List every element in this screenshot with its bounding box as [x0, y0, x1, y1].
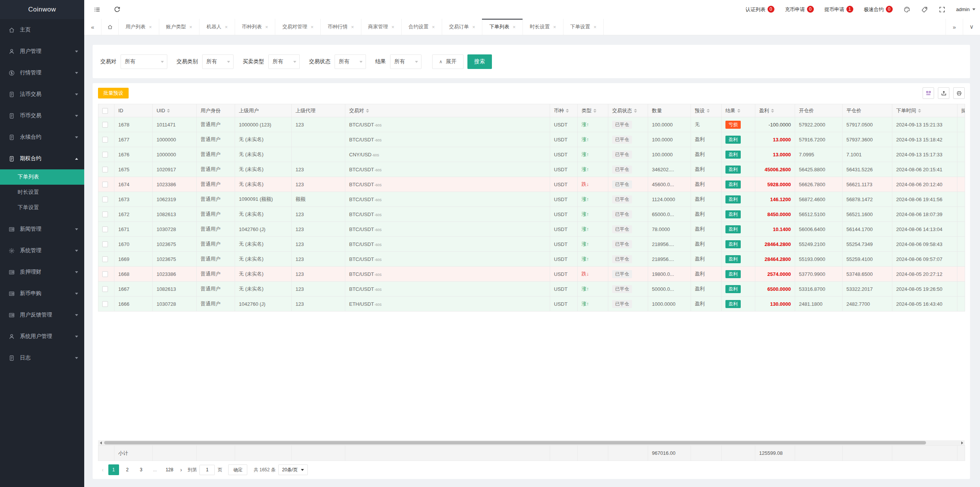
close-icon[interactable]: ×	[225, 24, 228, 30]
col-header-time[interactable]: 下单时间	[892, 104, 957, 117]
row-checkbox[interactable]	[102, 152, 108, 157]
close-icon[interactable]: ×	[310, 24, 314, 30]
tab-home[interactable]	[101, 19, 119, 35]
tabs-scroll-right-button[interactable]: »	[946, 19, 963, 35]
row-checkbox[interactable]	[102, 226, 108, 232]
close-icon[interactable]: ×	[392, 24, 395, 30]
sidebar-item-options-contract[interactable]: 期权合约	[0, 148, 84, 169]
prev-page-button[interactable]: ‹	[99, 467, 107, 473]
scroll-right-arrow[interactable]	[959, 441, 965, 444]
tab[interactable]: 合约设置×	[402, 19, 442, 35]
close-icon[interactable]: ×	[553, 24, 556, 30]
sidebar-item[interactable]: 系统管理	[0, 240, 84, 261]
expand-filters-button[interactable]: ∧ 展开	[432, 54, 464, 69]
scroll-left-arrow[interactable]	[98, 441, 103, 444]
goto-page-input[interactable]	[199, 465, 215, 475]
filter-select[interactable]: 所有	[268, 54, 300, 69]
menu-fold-icon[interactable]	[94, 6, 101, 13]
close-icon[interactable]: ×	[189, 24, 193, 30]
tab[interactable]: 币种列表×	[235, 19, 276, 35]
topbar-badge[interactable]: 极速合约0	[864, 6, 893, 13]
sidebar-item[interactable]: 新币申购	[0, 283, 84, 304]
sidebar-item[interactable]: 用户反馈管理	[0, 304, 84, 326]
sort-icon[interactable]	[366, 109, 369, 113]
sort-icon[interactable]	[707, 109, 710, 113]
sort-icon[interactable]	[566, 109, 569, 113]
tab[interactable]: 下单设置×	[564, 19, 604, 35]
sidebar-subitem[interactable]: 下单设置	[0, 200, 84, 215]
next-page-button[interactable]: ›	[177, 467, 185, 473]
tab[interactable]: 交易对管理×	[275, 19, 321, 35]
page-number[interactable]: 2	[122, 464, 133, 475]
close-icon[interactable]: ×	[351, 24, 354, 30]
refresh-icon[interactable]	[114, 6, 121, 13]
tabs-scroll-left-button[interactable]: «	[84, 19, 101, 35]
row-checkbox[interactable]	[102, 212, 108, 217]
topbar-badge[interactable]: 认证列表0	[746, 6, 774, 13]
horizontal-scrollbar[interactable]	[98, 440, 965, 445]
tab[interactable]: 币种行情×	[321, 19, 361, 35]
row-checkbox[interactable]	[102, 241, 108, 247]
filter-select[interactable]: 所有	[335, 54, 366, 69]
search-button[interactable]: 搜索	[467, 54, 492, 69]
goto-confirm-button[interactable]: 确定	[228, 464, 247, 475]
row-checkbox[interactable]	[102, 137, 108, 143]
tab[interactable]: 时长设置×	[523, 19, 564, 35]
col-header-uid[interactable]: UID	[153, 104, 197, 117]
col-header-result[interactable]: 结果	[722, 104, 755, 117]
sort-icon[interactable]	[771, 109, 774, 113]
close-icon[interactable]: ×	[472, 24, 475, 30]
sidebar-item[interactable]: 用户管理	[0, 41, 84, 62]
export-button[interactable]	[938, 87, 949, 99]
close-icon[interactable]: ×	[149, 24, 152, 30]
close-icon[interactable]: ×	[432, 24, 435, 30]
fullscreen-icon[interactable]	[939, 6, 946, 13]
column-filter-button[interactable]	[923, 87, 934, 99]
sidebar-item[interactable]: 行情管理	[0, 62, 84, 84]
topbar-badge[interactable]: 提币申请1	[825, 6, 853, 13]
row-checkbox[interactable]	[102, 256, 108, 262]
sort-icon[interactable]	[634, 109, 637, 113]
print-button[interactable]	[953, 87, 965, 99]
sort-icon[interactable]	[167, 109, 170, 113]
col-header-coin[interactable]: 币种	[550, 104, 578, 117]
sidebar-item[interactable]: 法币交易	[0, 84, 84, 105]
sidebar-item[interactable]: 质押理财	[0, 261, 84, 283]
filter-select[interactable]: 所有	[202, 54, 234, 69]
tag-icon[interactable]	[921, 6, 928, 13]
tab[interactable]: 交易订单×	[442, 19, 483, 35]
topbar-badge[interactable]: 充币申请0	[785, 6, 814, 13]
scrollbar-thumb[interactable]	[104, 441, 926, 444]
page-number[interactable]: 3	[136, 464, 147, 475]
row-checkbox[interactable]	[102, 301, 108, 307]
theme-palette-icon[interactable]	[903, 6, 910, 13]
row-checkbox[interactable]	[102, 197, 108, 202]
sidebar-item[interactable]: 系统用户管理	[0, 326, 84, 347]
col-header-profit[interactable]: 盈利	[755, 104, 795, 117]
page-number[interactable]: 1	[108, 464, 119, 475]
col-header-type[interactable]: 类型	[578, 104, 608, 117]
filter-select[interactable]: 所有	[121, 54, 167, 69]
per-page-select[interactable]: 20条/页	[278, 464, 308, 475]
sort-icon[interactable]	[593, 109, 596, 113]
sidebar-item[interactable]: 新闻管理	[0, 218, 84, 240]
row-checkbox[interactable]	[102, 182, 108, 187]
tab[interactable]: 账户类型×	[159, 19, 200, 35]
close-icon[interactable]: ×	[265, 24, 268, 30]
tab[interactable]: 下单列表×	[482, 19, 523, 35]
sort-icon[interactable]	[737, 109, 740, 113]
col-header-pair[interactable]: 交易对	[345, 104, 550, 117]
row-checkbox[interactable]	[102, 122, 108, 128]
close-icon[interactable]: ×	[513, 24, 516, 30]
tab[interactable]: 商家管理×	[361, 19, 402, 35]
sidebar-item[interactable]: 永续合约	[0, 126, 84, 148]
sidebar-item[interactable]: 主页	[0, 19, 84, 41]
sidebar-subitem[interactable]: 时长设置	[0, 185, 84, 200]
header-checkbox[interactable]	[102, 108, 108, 114]
col-header-preset[interactable]: 预设	[691, 104, 722, 117]
page-number[interactable]: 128	[163, 464, 176, 475]
row-checkbox[interactable]	[102, 286, 108, 292]
tab[interactable]: 用户列表×	[119, 19, 159, 35]
tab[interactable]: 机器人×	[199, 19, 235, 35]
scrollbar-track[interactable]	[103, 440, 959, 445]
